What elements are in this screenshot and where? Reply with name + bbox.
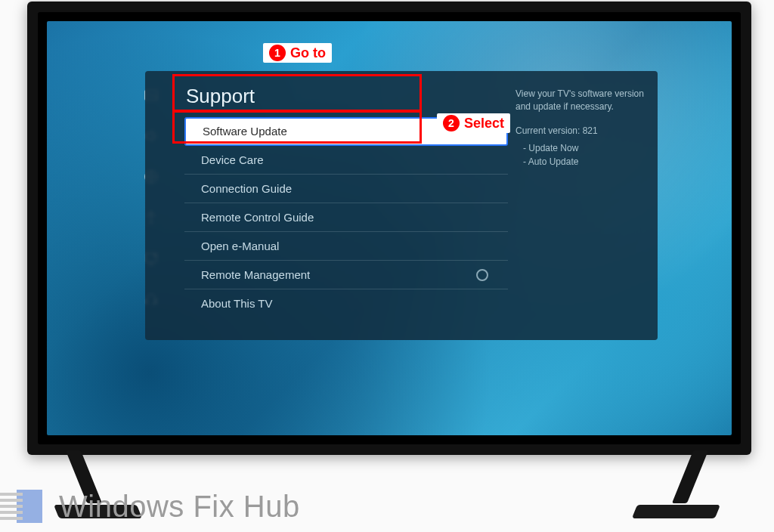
menu-item-remote-control-guide[interactable]: Remote Control Guide bbox=[184, 203, 508, 232]
menu-side-panel: View your TV's software version and upda… bbox=[508, 71, 658, 340]
watermark: Windows Fix Hub bbox=[0, 485, 300, 527]
tv-leg-right bbox=[632, 450, 742, 518]
menu-item-remote-management[interactable]: Remote Management bbox=[184, 261, 508, 289]
menu-item-label: Remote Management bbox=[201, 268, 310, 281]
menu-title: Support bbox=[184, 71, 508, 117]
support-settings-panel: Support Software Update Device Care Conn… bbox=[145, 71, 658, 340]
annotation-label-step1: 1 Go to bbox=[263, 43, 332, 63]
watermark-text: Windows Fix Hub bbox=[59, 490, 300, 524]
tv-bezel: Support Software Update Device Care Conn… bbox=[38, 12, 741, 444]
menu-item-device-care[interactable]: Device Care bbox=[184, 146, 508, 175]
tv-frame: Support Software Update Device Care Conn… bbox=[27, 2, 751, 455]
menu-list: Software Update Device Care Connection G… bbox=[184, 117, 508, 318]
side-option-auto-update: Auto Update bbox=[515, 156, 644, 169]
menu-item-label: Remote Control Guide bbox=[201, 211, 314, 224]
annotation-number-2: 2 bbox=[443, 115, 460, 131]
watermark-logo-icon bbox=[0, 485, 42, 527]
annotation-number-1: 1 bbox=[269, 45, 286, 61]
tv-screen: Support Software Update Device Care Conn… bbox=[47, 21, 732, 435]
menu-main-column: Support Software Update Device Care Conn… bbox=[145, 71, 508, 340]
menu-item-label: Connection Guide bbox=[201, 182, 292, 195]
menu-item-label: Open e-Manual bbox=[201, 240, 279, 252]
annotation-text-1: Go to bbox=[290, 45, 326, 61]
menu-item-about-this-tv[interactable]: About This TV bbox=[184, 289, 508, 318]
toggle-indicator-icon[interactable] bbox=[476, 269, 488, 281]
menu-item-connection-guide[interactable]: Connection Guide bbox=[184, 175, 508, 203]
menu-item-label: About This TV bbox=[201, 297, 273, 310]
menu-item-open-e-manual[interactable]: Open e-Manual bbox=[184, 232, 508, 261]
menu-item-label: Software Update bbox=[203, 125, 287, 138]
annotation-label-step2: 2 Select bbox=[437, 113, 510, 133]
side-option-update-now: Update Now bbox=[515, 142, 644, 155]
annotation-text-2: Select bbox=[464, 116, 504, 131]
menu-item-label: Device Care bbox=[201, 153, 264, 166]
side-current-version: Current version: 821 bbox=[515, 125, 644, 138]
side-description: View your TV's software version and upda… bbox=[515, 88, 644, 114]
